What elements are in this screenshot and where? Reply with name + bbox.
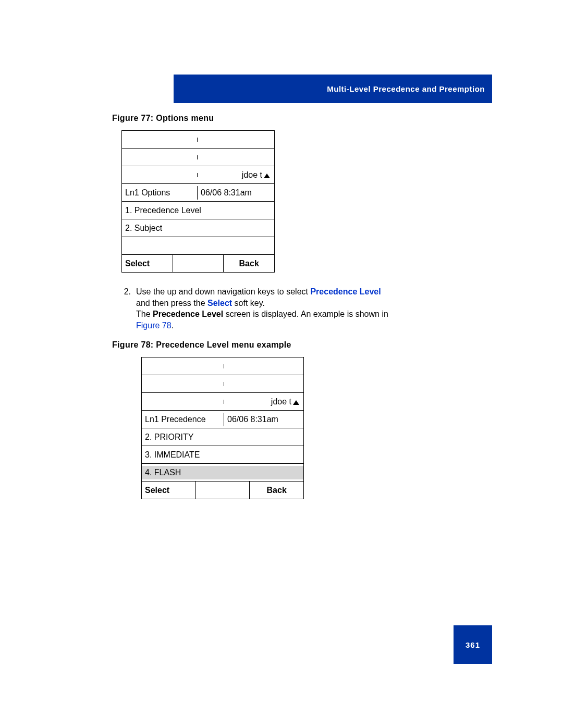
softkey-back: Back [224,255,274,272]
softkey-blank [173,255,224,272]
datetime: 06/06 8:31am [224,413,303,426]
datetime: 06/06 8:31am [198,186,274,200]
softkey-blank [196,482,250,499]
status-user: jdoe t [242,170,270,179]
figure-78-screen: jdoe t Ln1 Precedence 06/06 8:31am 2. PR… [141,357,304,499]
page-number: 361 [466,640,480,649]
softkey-back: Back [250,482,303,499]
step-body: Use the up and down navigation keys to s… [136,286,493,331]
page-number-box: 361 [454,625,492,664]
figure-78-caption: Figure 78: Precedence Level menu example [112,340,493,350]
menu-item-immediate: 3. IMMEDIATE [142,448,303,462]
content-area: Figure 77: Options menu jdoe t Ln1 Optio… [112,114,493,499]
menu-item-subject: 2. Subject [122,221,274,235]
figure-77-screen: jdoe t Ln1 Options 06/06 8:31am 1. Prece… [121,130,275,273]
figure-77-caption: Figure 77: Options menu [112,114,493,123]
line-label: Ln1 Precedence [142,413,224,426]
header-title: Multi-Level Precedence and Preemption [327,84,485,93]
status-user: jdoe t [271,397,299,406]
softkey-select: Select [142,482,196,499]
menu-item-precedence-level: 1. Precedence Level [122,204,274,217]
menu-item-priority: 2. PRIORITY [142,430,303,444]
step-number: 2. [112,286,136,331]
menu-item-flash-selected: 4. FLASH [142,466,303,479]
figure-78-link[interactable]: Figure 78 [136,321,172,330]
header-band: Multi-Level Precedence and Preemption [174,75,492,103]
line-label: Ln1 Options [122,186,198,200]
softkey-select: Select [122,255,173,272]
instruction-step-2: 2. Use the up and down navigation keys t… [112,286,493,331]
